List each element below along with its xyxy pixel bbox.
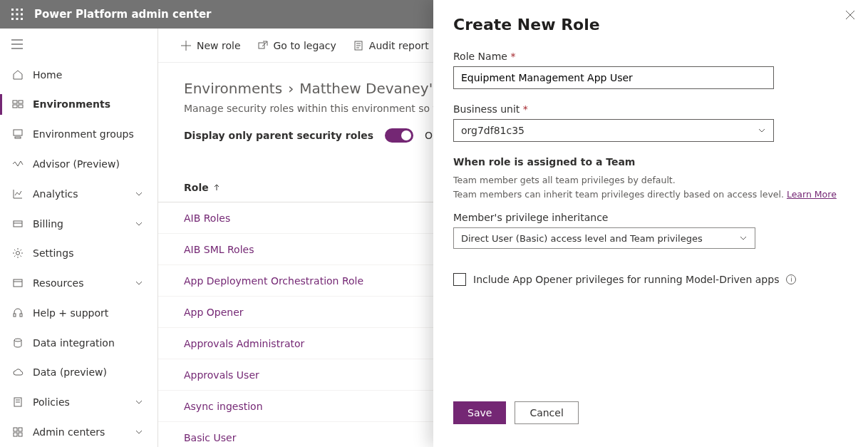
go-to-legacy-button[interactable]: Go to legacy — [258, 40, 336, 51]
data-integration-icon — [11, 336, 24, 349]
toggle-label: Display only parent security roles — [184, 130, 373, 141]
checkbox-label: Include App Opener privileges for runnin… — [473, 274, 779, 285]
breadcrumb-sep: › — [288, 80, 294, 97]
select-value: Direct User (Basic) access level and Tea… — [461, 233, 703, 244]
role-link[interactable]: Approvals Administrator — [184, 338, 304, 349]
sidebar-item-label: Settings — [33, 247, 146, 259]
chevron-down-icon — [758, 126, 766, 135]
close-button[interactable] — [841, 6, 859, 24]
policies-icon — [11, 396, 24, 409]
sidebar-item-label: Admin centers — [33, 426, 135, 438]
sidebar-item-label: Policies — [33, 396, 135, 408]
cmd-label: New role — [197, 40, 241, 51]
column-header-label: Role — [184, 182, 209, 193]
sidebar-item-label: Data integration — [33, 337, 146, 349]
save-button[interactable]: Save — [453, 401, 506, 424]
svg-rect-22 — [14, 314, 16, 317]
sidebar-item-settings[interactable]: Settings — [0, 238, 157, 268]
business-unit-select[interactable]: org7df81c35 — [453, 119, 774, 142]
svg-rect-3 — [11, 14, 14, 16]
headset-icon — [11, 307, 24, 319]
sidebar-item-admin-centers[interactable]: Admin centers — [0, 417, 157, 447]
sidebar-collapse-button[interactable] — [0, 29, 157, 60]
report-icon — [353, 41, 363, 51]
sidebar-item-home[interactable]: Home — [0, 60, 157, 90]
sidebar-item-label: Data (preview) — [33, 366, 146, 378]
svg-rect-5 — [21, 14, 23, 16]
breadcrumb-root[interactable]: Environments — [184, 80, 282, 97]
app-launcher-icon[interactable] — [0, 0, 34, 29]
required-indicator: * — [510, 51, 515, 62]
sidebar-item-label: Analytics — [33, 188, 135, 200]
svg-rect-4 — [16, 14, 19, 16]
cloud-icon — [11, 366, 24, 379]
role-link[interactable]: Async ingestion — [184, 401, 263, 412]
cancel-button[interactable]: Cancel — [515, 401, 578, 424]
svg-rect-21 — [14, 279, 22, 287]
svg-rect-6 — [11, 18, 14, 20]
sidebar-item-analytics[interactable]: Analytics — [0, 179, 157, 209]
header-title: Power Platform admin center — [34, 8, 211, 21]
admin-centers-icon — [11, 426, 24, 438]
learn-more-link[interactable]: Learn More — [787, 189, 837, 200]
parent-roles-toggle[interactable] — [385, 128, 413, 143]
plus-icon — [181, 41, 191, 51]
svg-rect-23 — [20, 314, 22, 317]
chevron-down-icon — [135, 428, 146, 436]
sidebar-item-environments[interactable]: Environments — [0, 90, 157, 120]
sidebar-item-data-preview[interactable]: Data (preview) — [0, 358, 157, 388]
panel-actions: Save Cancel — [453, 401, 579, 424]
sidebar-item-label: Home — [33, 69, 146, 81]
svg-rect-14 — [13, 105, 17, 108]
role-link[interactable]: Basic User — [184, 432, 236, 443]
team-assignment-heading: When role is assigned to a Team — [453, 156, 848, 168]
sidebar-item-label: Resources — [33, 277, 135, 289]
svg-rect-17 — [15, 137, 21, 138]
info-icon[interactable]: i — [786, 274, 796, 284]
svg-point-20 — [16, 252, 20, 255]
include-app-opener-row: Include App Opener privileges for runnin… — [453, 273, 848, 286]
sidebar-item-resources[interactable]: Resources — [0, 268, 157, 298]
sidebar-item-help[interactable]: Help + support — [0, 298, 157, 328]
svg-rect-2 — [21, 9, 23, 11]
role-link[interactable]: App Opener — [184, 307, 244, 318]
svg-rect-1 — [16, 9, 19, 11]
team-assignment-description: Team member gets all team privileges by … — [453, 173, 848, 202]
sidebar-item-advisor[interactable]: Advisor (Preview) — [0, 149, 157, 179]
svg-rect-29 — [19, 428, 22, 431]
sidebar-item-billing[interactable]: Billing — [0, 209, 157, 239]
sidebar-item-label: Help + support — [33, 307, 146, 319]
sort-asc-icon — [213, 184, 220, 191]
env-groups-icon — [11, 128, 24, 140]
sidebar-item-env-groups[interactable]: Environment groups — [0, 119, 157, 149]
advisor-icon — [11, 158, 24, 170]
svg-rect-30 — [14, 433, 17, 436]
gear-icon — [11, 247, 24, 260]
svg-rect-12 — [13, 101, 17, 103]
new-role-button[interactable]: New role — [181, 40, 241, 51]
svg-rect-18 — [14, 221, 22, 227]
svg-rect-8 — [21, 18, 23, 20]
role-link[interactable]: Approvals User — [184, 369, 259, 381]
role-link[interactable]: AIB SML Roles — [184, 244, 254, 255]
include-app-opener-checkbox[interactable] — [453, 273, 466, 286]
inheritance-label: Member's privilege inheritance — [453, 212, 848, 223]
svg-rect-0 — [11, 9, 14, 11]
svg-rect-28 — [14, 428, 17, 431]
audit-report-button[interactable]: Audit report — [353, 40, 429, 51]
role-name-label: Role Name * — [453, 51, 848, 62]
sidebar-item-policies[interactable]: Policies — [0, 387, 157, 417]
select-value: org7df81c35 — [461, 125, 525, 136]
role-link[interactable]: App Deployment Orchestration Role — [184, 275, 363, 287]
business-unit-label: Business unit * — [453, 103, 848, 115]
home-icon — [11, 68, 24, 81]
role-link[interactable]: AIB Roles — [184, 212, 230, 224]
chevron-down-icon — [135, 279, 146, 287]
sidebar-item-data-integration[interactable]: Data integration — [0, 328, 157, 358]
role-name-input[interactable] — [453, 66, 774, 89]
column-header-role[interactable]: Role — [184, 182, 220, 193]
inheritance-select[interactable]: Direct User (Basic) access level and Tea… — [453, 227, 755, 249]
sidebar: Home Environments Environment groups Adv… — [0, 29, 158, 447]
cmd-label: Go to legacy — [274, 40, 336, 51]
create-role-panel: Create New Role Role Name * Business uni… — [433, 0, 868, 447]
